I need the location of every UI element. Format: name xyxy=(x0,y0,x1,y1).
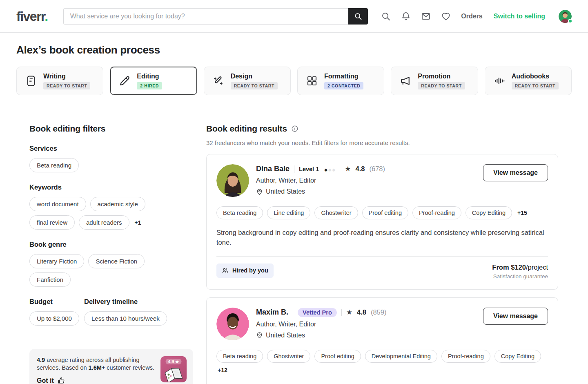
step-editing[interactable]: Editing 2 HIRED xyxy=(110,67,197,95)
fiverr-logo[interactable]: fiverr. xyxy=(16,10,48,23)
keywords-more-count[interactable]: +1 xyxy=(135,219,141,226)
search-bar xyxy=(63,8,368,25)
freelancer-roles: Author, Writer, Editor xyxy=(256,177,483,184)
filter-pill[interactable]: final review xyxy=(29,215,75,230)
step-status-badge: READY TO START xyxy=(231,82,278,89)
filter-pill[interactable]: Beta reading xyxy=(29,158,79,172)
skill-chip[interactable]: Beta reading xyxy=(216,206,263,219)
price-from: From $120 xyxy=(492,263,526,271)
filter-pill[interactable]: adult readers xyxy=(79,215,129,230)
notifications-bell-icon[interactable] xyxy=(401,11,411,21)
filter-pill[interactable]: Less than 10 hours/week xyxy=(84,311,167,326)
skill-chip[interactable]: Proof editing xyxy=(362,206,408,219)
step-audiobooks[interactable]: Audiobooks READY TO START xyxy=(485,67,572,95)
level-diamond-empty: ◆ xyxy=(328,167,332,172)
filters-panel: Book editing filters Services Beta readi… xyxy=(29,124,206,384)
formatting-grid-icon xyxy=(306,75,318,87)
satisfaction-guarantee: Satisfaction guarantee xyxy=(492,273,548,279)
freelancer-avatar[interactable] xyxy=(216,164,249,197)
skill-chip[interactable]: Copy Editing xyxy=(466,206,512,219)
step-promotion[interactable]: Promotion READY TO START xyxy=(391,67,478,95)
switch-to-selling-link[interactable]: Switch to selling xyxy=(494,13,545,20)
main-content: Book editing filters Services Beta readi… xyxy=(0,95,588,384)
freelancer-card-dina-bale: Dina Bale Level 1 ◆◆◆ ★ 4.8 (678) Author… xyxy=(206,154,558,290)
skill-chip[interactable]: Copy Editing xyxy=(494,350,541,363)
rating-value: 4.8 xyxy=(356,165,365,173)
top-header: fiverr. Orders Switch to selling xyxy=(0,0,588,33)
skill-chip[interactable]: Ghostwriter xyxy=(314,206,358,219)
header-actions: Orders Switch to selling xyxy=(381,10,572,23)
open-book-illustration xyxy=(165,365,183,382)
skill-chip[interactable]: Line editing xyxy=(267,206,310,219)
card-divider xyxy=(216,256,548,257)
skills-more-count[interactable]: +15 xyxy=(517,210,527,216)
reviews-count: (859) xyxy=(371,308,387,316)
skill-chip[interactable]: Beta reading xyxy=(216,350,263,363)
messages-envelope-icon[interactable] xyxy=(421,11,431,21)
search-icon xyxy=(354,12,362,20)
filter-label: Book genre xyxy=(29,241,206,248)
location-pin-icon xyxy=(256,332,263,339)
filter-pill[interactable]: word document xyxy=(29,197,86,211)
skill-chip[interactable]: Proof-reading xyxy=(441,350,490,363)
skills-more-count[interactable]: +12 xyxy=(218,367,227,373)
rating-text-2: customer reviews. xyxy=(105,364,154,371)
filter-label: Keywords xyxy=(29,183,206,191)
hired-by-you-label: Hired by you xyxy=(232,267,268,274)
filters-title: Book editing filters xyxy=(29,124,206,134)
step-label: Audiobooks xyxy=(512,73,559,80)
rating-banner-text: 4.9 average rating across all publishing… xyxy=(37,356,155,372)
search-submit-button[interactable] xyxy=(348,8,368,25)
results-subtitle: 32 freelancers who match your needs. Edi… xyxy=(206,139,558,146)
filter-pill[interactable]: Up to $2,000 xyxy=(29,311,79,326)
avatar-image-maxim xyxy=(216,308,249,340)
got-it-label: Got it xyxy=(37,377,54,384)
online-status-dot xyxy=(568,19,572,23)
star-icon: ★ xyxy=(345,165,351,173)
audiobooks-waveform-icon xyxy=(493,75,506,87)
freelancer-avatar[interactable] xyxy=(216,308,249,340)
skill-chip[interactable]: Developmental Editing xyxy=(365,350,437,363)
filter-label: Delivery timeline xyxy=(84,298,167,306)
freelancer-name[interactable]: Maxim B. xyxy=(256,308,288,317)
rating-banner-image: 4.9 ★ xyxy=(160,356,187,382)
favorites-heart-icon[interactable] xyxy=(441,11,451,21)
step-status-badge: READY TO START xyxy=(512,82,559,89)
search-nav-icon[interactable] xyxy=(381,11,391,21)
filter-section-services: Services Beta reading xyxy=(29,145,206,172)
step-design[interactable]: Design READY TO START xyxy=(204,67,291,95)
user-avatar[interactable] xyxy=(559,10,572,23)
view-message-button[interactable]: View message xyxy=(483,164,548,181)
filter-pill[interactable]: academic style xyxy=(90,197,145,211)
divider xyxy=(340,165,340,173)
skill-chip[interactable]: Proof editing xyxy=(314,350,361,363)
vetted-pro-badge: Vetted Pro xyxy=(298,308,337,317)
step-label: Writing xyxy=(43,73,90,80)
info-icon[interactable] xyxy=(291,125,298,132)
skill-chip[interactable]: Proof-reading xyxy=(412,206,461,219)
freelancer-name[interactable]: Dina Bale xyxy=(256,165,290,173)
reviews-count: (678) xyxy=(370,165,385,173)
step-formatting[interactable]: Formatting 2 CONTACTED xyxy=(297,67,384,95)
divider xyxy=(293,309,293,316)
freelancer-roles: Author, Writer, Editor xyxy=(256,321,483,328)
hired-by-you-badge: Hired by you xyxy=(216,263,274,278)
got-it-button[interactable]: Got it xyxy=(37,377,155,384)
filter-pill[interactable]: Science Fiction xyxy=(88,254,145,268)
skill-chip[interactable]: Ghostwriter xyxy=(267,350,310,363)
filter-pill[interactable]: Fanfiction xyxy=(29,272,71,287)
skill-chips: Beta reading Line editing Ghostwriter Pr… xyxy=(216,206,548,219)
divider xyxy=(294,165,294,173)
logo-dot: . xyxy=(45,9,47,24)
freelancer-description: Combines developmental insight with beta… xyxy=(216,382,548,384)
orders-link[interactable]: Orders xyxy=(461,13,482,20)
editing-pencil-icon xyxy=(118,75,131,87)
rating-banner: 4.9 average rating across all publishing… xyxy=(29,349,193,384)
filter-pill[interactable]: Literary Fiction xyxy=(29,254,84,268)
step-writing[interactable]: Writing READY TO START xyxy=(16,67,103,95)
view-message-button[interactable]: View message xyxy=(483,308,548,325)
step-status-badge: 2 CONTACTED xyxy=(324,82,364,89)
filter-label: Budget xyxy=(29,298,84,306)
process-steps: Writing READY TO START Editing 2 HIRED D… xyxy=(16,67,572,95)
search-input[interactable] xyxy=(63,8,348,25)
